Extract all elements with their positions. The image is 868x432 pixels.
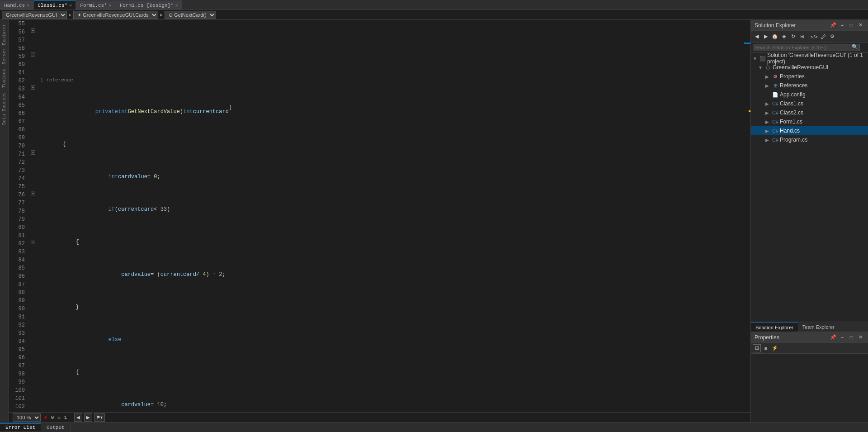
nav-filter-btn[interactable]: ⚑▾ [94,413,105,422]
class1-icon: C# [772,100,779,107]
tab-team-explorer[interactable]: Team Explorer [798,323,839,332]
se-search-input[interactable] [753,44,860,51]
code-line-60: { [37,238,744,246]
ln-88: 88 [9,289,25,297]
collapse-56[interactable]: − [31,28,35,33]
server-explorer-icon[interactable]: Server Explorer [1,22,8,66]
nav-next-btn[interactable]: ▶ [84,413,92,422]
tab-form1-design[interactable]: Form1.cs [Design]* ✕ [116,0,182,9]
tree-references[interactable]: ▶ ⊞ References [751,81,868,90]
tree-class1[interactable]: ▶ C# Class1.cs [751,99,868,108]
programcs-label: Program.cs [780,137,807,143]
yellow-marker [749,110,750,112]
nav-arrow-1: ▶ [68,12,72,18]
tree-appconfig[interactable]: 📄 App.config [751,90,868,99]
namespace-selector[interactable]: GreenvilleRevenueGUI [2,11,67,19]
ln-59: 59 [9,52,25,61]
zoom-selector[interactable]: 100 % [13,413,41,422]
tab-form1-cs[interactable]: Form1.cs* ✕ [76,0,115,9]
se-properties-btn[interactable]: 🏠 [771,33,779,41]
ln-63: 63 [9,85,25,93]
tree-programcs[interactable]: ▶ C# Program.cs [751,135,868,144]
ln-90: 90 [9,305,25,313]
se-header-buttons: 📌 − □ ✕ [829,21,864,29]
editor-scroll-container[interactable]: 55 56 57 58 59 60 61 62 63 64 65 66 67 6… [9,20,750,412]
toolbox-icon[interactable]: Toolbox [1,67,8,90]
ln-93: 93 [9,329,25,337]
properties-header: Properties 📌 − □ ✕ [751,332,868,343]
project-label: GreenvilleRevenueGUI [773,64,828,71]
se-show-code-btn[interactable]: </> [810,33,818,41]
se-close-btn[interactable]: ✕ [856,21,864,29]
nav-prev-btn[interactable]: ◀ [74,413,82,422]
se-showall-btn[interactable]: ◈ [780,33,788,41]
tab-output[interactable]: Output [41,424,71,431]
appconfig-icon: 📄 [772,91,779,98]
props-events-btn[interactable]: ⚡ [771,344,779,352]
se-collapse-btn[interactable]: ⊟ [798,33,806,41]
class-selector[interactable]: ✦ GreenvilleRevenueGUI.Cards [73,11,158,19]
collapse-59[interactable]: − [31,52,35,57]
ln-62: 62 [9,77,25,85]
ln-78: 78 [9,207,25,215]
se-minimize-btn[interactable]: − [838,21,846,29]
tree-solution[interactable]: ▼ ⬛ Solution 'GreenvilleRevenueGUI' (1 o… [751,54,868,63]
chevron-properties: ▶ [765,74,771,79]
code-line-55 [37,44,744,52]
chevron-form1: ▶ [765,119,771,124]
method-selector[interactable]: ⊙ GetNextCard() [165,11,216,19]
props-grid-btn[interactable]: ⊞ [753,344,761,352]
tab-class2-cs[interactable]: Class2.cs* ✕ [33,0,76,9]
ln-64: 64 [9,93,25,101]
props-list-btn[interactable]: ≡ [762,344,770,352]
error-icon: ⊘ [44,414,47,420]
se-settings-btn[interactable]: ⚙ [828,33,836,41]
se-refresh-btn[interactable]: ↻ [789,33,797,41]
collapse-63[interactable]: − [31,85,35,90]
tree-handcs[interactable]: ▶ C# Hand.cs [751,126,868,135]
chevron-handcs: ▶ [765,128,771,133]
appconfig-label: App.config [780,91,806,98]
tab-class2-cs-close[interactable]: ✕ [69,3,72,8]
warning-icon: ⚠ [57,414,61,420]
tree-form1[interactable]: ▶ C# Form1.cs [751,117,868,126]
solution-explorer-header: Solution Explorer 📌 − □ ✕ [751,20,868,31]
tab-error-list[interactable]: Error List [0,423,41,431]
collapse-82[interactable]: − [31,240,35,244]
tab-hand-cs[interactable]: Hand.cs ✕ [0,0,33,9]
ln-65: 65 [9,101,25,109]
props-minimize-btn[interactable]: − [838,333,846,342]
tree-properties[interactable]: ▶ ⚙ Properties [751,72,868,81]
props-pin-btn[interactable]: 📌 [829,333,837,342]
data-sources-icon[interactable]: Data Sources [1,90,8,127]
ln-102: 102 [9,403,25,411]
warning-count: 1 [64,415,67,420]
nav-arrow-2: ▶ [159,12,164,18]
props-maximize-btn[interactable]: □ [847,333,855,342]
tree-class2[interactable]: ▶ C# Class2.cs [751,108,868,117]
props-close-btn[interactable]: ✕ [856,333,864,342]
se-show-designer-btn[interactable]: 🖊 [819,33,827,41]
se-back-btn[interactable]: ◀ [753,33,761,41]
ln-96: 96 [9,354,25,362]
se-search-bar: 🔍 [751,43,868,53]
tab-form1-cs-close[interactable]: ✕ [109,3,112,8]
se-forward-btn[interactable]: ▶ [762,33,770,41]
solution-explorer-title: Solution Explorer [755,22,796,28]
collapse-76[interactable]: − [31,191,35,195]
collapse-71[interactable]: − [31,150,35,155]
tab-form1-design-close[interactable]: ✕ [175,3,178,8]
se-bottom-tabs: Solution Explorer Team Explorer [751,322,868,332]
ln-97: 97 [9,362,25,370]
ln-72: 72 [9,158,25,166]
tab-hand-cs-close[interactable]: ✕ [27,3,29,8]
ln-77: 77 [9,199,25,207]
se-pin-btn[interactable]: 📌 [829,21,837,29]
programcs-icon: C# [772,136,779,143]
tab-solution-explorer[interactable]: Solution Explorer [751,323,798,332]
editor-area: 55 56 57 58 59 60 61 62 63 64 65 66 67 6… [9,20,750,422]
editor-bottom-bar: 100 % ⊘ 0 ⚠ 1 ◀ ▶ ⚑▾ [9,412,750,422]
chevron-project: ▼ [758,65,764,70]
se-maximize-btn[interactable]: □ [847,21,855,29]
code-content: 1 reference private int GetNextCardValue… [37,20,744,412]
